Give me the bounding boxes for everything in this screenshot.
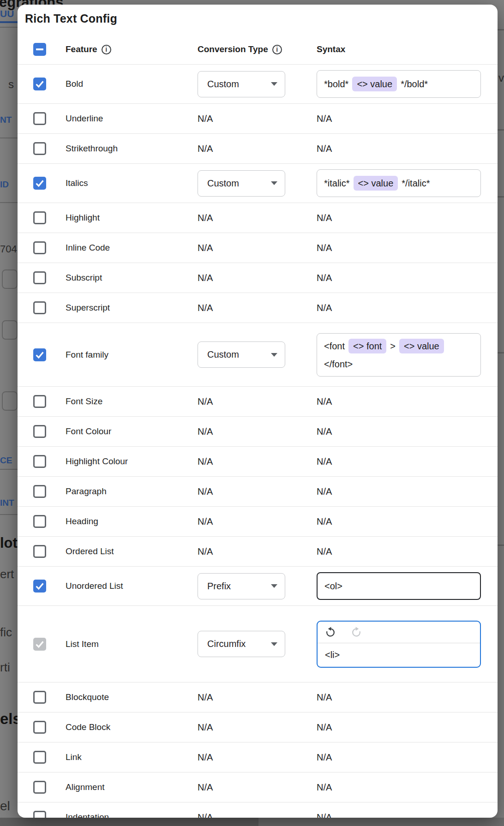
feature-checkbox[interactable] [33, 545, 46, 558]
dialog-title: Rich Text Config [25, 12, 117, 25]
syntax-na: N/A [317, 692, 332, 703]
conversion-na: N/A [198, 722, 213, 733]
feature-row: Font familyCustom<font<> font><> value</… [18, 323, 498, 387]
conversion-na: N/A [198, 692, 213, 703]
feature-checkbox[interactable] [33, 271, 46, 284]
conversion-na: N/A [198, 144, 213, 154]
syntax-text: </font> [324, 357, 353, 371]
syntax-field[interactable]: <font<> font><> value</font> [317, 333, 481, 377]
feature-row: UnderlineN/AN/A [18, 104, 498, 134]
feature-label: Underline [66, 114, 103, 124]
select-all-checkbox[interactable] [33, 43, 46, 56]
conversion-na: N/A [198, 486, 213, 497]
syntax-na: N/A [317, 273, 332, 283]
info-icon[interactable]: i [102, 45, 111, 54]
syntax-field[interactable]: *bold*<> value*/bold* [317, 70, 481, 98]
syntax-na: N/A [317, 114, 332, 124]
background-text-fragment: fic [0, 626, 12, 639]
check-icon [33, 638, 46, 651]
indeterminate-mark [36, 48, 43, 50]
redo-icon[interactable] [350, 626, 362, 638]
syntax-na: N/A [317, 144, 332, 154]
conversion-na: N/A [198, 114, 213, 124]
feature-table: Feature i Conversion Type i Syntax BoldC… [18, 35, 498, 818]
feature-checkbox[interactable] [33, 455, 46, 468]
syntax-input-focused[interactable]: <li> [317, 621, 481, 668]
background-text-fragment: el [0, 799, 10, 814]
feature-checkbox[interactable] [33, 515, 46, 528]
syntax-input-value: <li> [318, 643, 480, 667]
background-text-fragment: ID [0, 180, 9, 190]
conversion-select-label: Circumfix [207, 639, 246, 649]
syntax-na: N/A [317, 752, 332, 763]
feature-label: Highlight Colour [66, 456, 128, 467]
feature-label: Font Colour [66, 426, 111, 437]
undo-icon[interactable] [325, 626, 337, 638]
feature-label: Blockquote [66, 692, 109, 702]
feature-checkbox[interactable] [33, 485, 46, 498]
feature-label: Italics [66, 178, 88, 188]
check-icon [33, 348, 46, 361]
syntax-na: N/A [317, 722, 332, 733]
background-shape [0, 138, 18, 138]
conversion-na: N/A [198, 273, 213, 283]
check-icon [33, 78, 46, 90]
conversion-select[interactable]: Circumfix [198, 631, 285, 657]
feature-row: Code BlockN/AN/A [18, 712, 498, 742]
feature-checkbox[interactable] [33, 301, 46, 314]
feature-checkbox[interactable] [33, 112, 46, 125]
feature-label: Link [66, 752, 82, 762]
feature-label: Subscript [66, 273, 102, 283]
feature-row: Font SizeN/AN/A [18, 387, 498, 417]
conversion-na: N/A [198, 213, 213, 223]
background-shape [0, 514, 18, 515]
feature-checkbox[interactable] [33, 211, 46, 224]
syntax-text: *italic* [324, 176, 350, 190]
background-shape [498, 29, 504, 30]
feature-checkbox[interactable] [33, 142, 46, 155]
conversion-na: N/A [198, 303, 213, 313]
feature-row: HighlightN/AN/A [18, 203, 498, 233]
conversion-select[interactable]: Custom [198, 71, 285, 97]
feature-checkbox[interactable] [33, 177, 46, 190]
syntax-na: N/A [317, 486, 332, 497]
feature-checkbox[interactable] [33, 811, 46, 818]
conversion-select-label: Prefix [207, 581, 231, 592]
feature-checkbox[interactable] [33, 241, 46, 254]
feature-checkbox[interactable] [33, 78, 46, 90]
info-icon[interactable]: i [272, 45, 282, 54]
feature-checkbox[interactable] [33, 425, 46, 438]
feature-checkbox[interactable] [33, 580, 46, 593]
feature-label: Ordered List [66, 546, 114, 557]
conversion-na: N/A [198, 812, 213, 818]
syntax-field[interactable]: *italic*<> value*/italic* [317, 169, 481, 197]
syntax-na: N/A [317, 812, 332, 818]
conversion-select[interactable]: Custom [198, 170, 285, 197]
feature-row: LinkN/AN/A [18, 742, 498, 772]
background-shape [0, 27, 18, 28]
syntax-input[interactable]: <ol> [317, 572, 481, 600]
feature-row: SuperscriptN/AN/A [18, 293, 498, 323]
rich-text-config-dialog: Rich Text Config Feature i Conversion Ty… [18, 5, 498, 818]
feature-checkbox[interactable] [33, 691, 46, 704]
background-text-fragment: 704 [0, 244, 17, 255]
placeholder-chip: <> value [399, 339, 444, 353]
conversion-select-label: Custom [207, 178, 239, 189]
conversion-select[interactable]: Custom [198, 341, 285, 368]
background-shape [2, 269, 18, 289]
feature-row: Font ColourN/AN/A [18, 417, 498, 447]
chevron-down-icon [271, 82, 277, 86]
feature-checkbox[interactable] [33, 721, 46, 734]
feature-checkbox[interactable] [33, 395, 46, 408]
feature-row: HeadingN/AN/A [18, 507, 498, 537]
feature-checkbox[interactable] [33, 781, 46, 794]
syntax-na: N/A [317, 426, 332, 437]
background-text-fragment: NT [0, 115, 12, 125]
syntax-text: > [390, 339, 396, 353]
conversion-na: N/A [198, 456, 213, 467]
conversion-select[interactable]: Prefix [198, 573, 285, 599]
background-bottom-strip [0, 818, 258, 826]
feature-checkbox[interactable] [33, 751, 46, 764]
syntax-field-toolbar [318, 622, 480, 643]
feature-checkbox[interactable] [33, 348, 46, 361]
